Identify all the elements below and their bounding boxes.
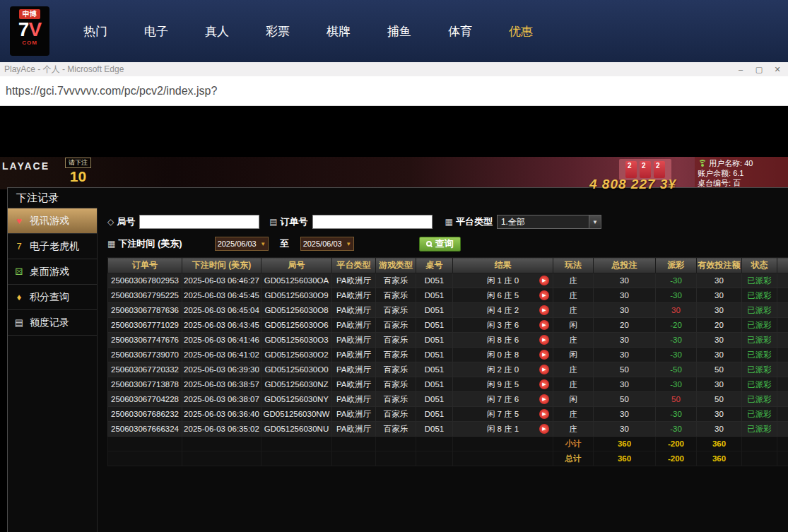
- date-from-select[interactable]: 2025/06/03 ▼: [215, 237, 269, 251]
- cell: 250603067666324: [108, 422, 182, 437]
- sidebar-item[interactable]: ⚄桌面游戏: [8, 259, 97, 285]
- date-to-select[interactable]: 2025/06/03 ▼: [300, 237, 354, 251]
- round-icon: ◇: [107, 217, 114, 227]
- nav-item[interactable]: 棋牌: [308, 23, 369, 40]
- cell: PA欧洲厅: [332, 348, 376, 362]
- play-type-cell: 庄: [553, 422, 594, 437]
- result-cell: 闲 7 庄 5▶: [453, 407, 553, 422]
- valid-bet-cell: 30: [697, 333, 742, 348]
- payout-time-cell: [777, 377, 788, 392]
- video-replay-button[interactable]: ▶: [539, 350, 549, 360]
- brand-logo[interactable]: 申博 7V COM: [10, 6, 49, 56]
- result-text: 闲 7 庄 5: [487, 410, 519, 418]
- video-replay-button[interactable]: ▶: [539, 365, 549, 374]
- cell: 2025-06-03 06:35:02: [182, 422, 261, 437]
- video-replay-button[interactable]: ▶: [539, 379, 549, 389]
- cell: [777, 437, 788, 451]
- table-body: 2506030678029532025-06-03 06:46:27GD0512…: [108, 273, 788, 466]
- round-input[interactable]: [139, 215, 259, 229]
- column-header: 下注时间 (美东): [182, 258, 261, 273]
- date-from-value: 2025/06/03: [216, 240, 259, 248]
- nav-item[interactable]: 体育: [430, 23, 490, 40]
- maximize-button[interactable]: ▢: [750, 62, 768, 76]
- valid-bet-cell: 20: [697, 318, 742, 333]
- close-button[interactable]: ✕: [768, 62, 787, 76]
- total-bet-cell: 30: [594, 303, 656, 318]
- sidebar-item[interactable]: 7电子老虎机: [8, 234, 97, 259]
- sidebar-item[interactable]: ▤额度记录: [8, 310, 97, 336]
- sidebar-item[interactable]: ♦积分查询: [8, 285, 97, 310]
- play-type-cell: 庄: [553, 288, 594, 303]
- column-header: 结果: [453, 258, 553, 273]
- platform-select[interactable]: 1.全部 ▼: [497, 215, 601, 229]
- table-row: 2506030677390702025-06-03 06:41:02GD0512…: [108, 348, 788, 362]
- logo-v: V: [28, 18, 41, 40]
- sidebar-item-label: 积分查询: [30, 291, 69, 304]
- total-bet-cell: 30: [594, 288, 656, 303]
- video-replay-button[interactable]: ▶: [539, 276, 549, 285]
- cell: 250603067686232: [108, 407, 182, 422]
- cell: D051: [416, 422, 453, 437]
- cell: D051: [416, 273, 453, 288]
- platform-label: 平台类型: [456, 215, 493, 228]
- cell: D051: [416, 303, 453, 318]
- nav-item[interactable]: 热门: [65, 23, 126, 40]
- valid-bet-cell: 50: [697, 362, 742, 377]
- order-label: 订单号: [281, 215, 308, 228]
- cell: 百家乐: [376, 348, 416, 362]
- table-row: 2506030677710292025-06-03 06:43:45GD0512…: [108, 318, 788, 333]
- site-top-nav: 申博 7V COM 热门电子真人彩票棋牌捕鱼体育优惠: [0, 0, 788, 62]
- nav-item[interactable]: 彩票: [247, 23, 308, 40]
- cell: 百家乐: [376, 407, 416, 422]
- round-label: 局号: [117, 215, 135, 228]
- total-bet-cell: 30: [594, 348, 656, 362]
- sidebar-item[interactable]: ♥视讯游戏: [8, 208, 97, 234]
- cell: PA欧洲厅: [332, 407, 376, 422]
- cell: 250603067795225: [108, 288, 182, 303]
- filter-row-2: ▦下注时间 (美东) 2025/06/03 ▼ 至 2025/06/03 ▼: [107, 235, 788, 252]
- nav-item[interactable]: 优惠: [490, 23, 551, 40]
- cell: D051: [416, 362, 453, 377]
- video-replay-button[interactable]: ▶: [539, 320, 549, 330]
- search-button[interactable]: 查询: [419, 237, 461, 252]
- result-text: 闲 6 庄 5: [487, 291, 519, 300]
- cell: PA欧洲厅: [332, 273, 376, 288]
- video-replay-button[interactable]: ▶: [539, 335, 549, 345]
- nav-item[interactable]: 电子: [126, 23, 187, 40]
- nav-item[interactable]: 捕鱼: [369, 23, 430, 40]
- cell: GD051256030NU: [261, 422, 332, 437]
- browser-address-bar[interactable]: https://gci.7vvvvvv.com/pc/pcv2/index.js…: [0, 76, 788, 106]
- countdown-timer: 10: [65, 168, 91, 184]
- total-bet-cell: 20: [594, 318, 656, 333]
- chevron-down-icon: ▼: [259, 237, 268, 250]
- cell: D051: [416, 407, 453, 422]
- order-input[interactable]: [312, 215, 433, 229]
- status-cell: 已派彩: [742, 392, 777, 407]
- cell: 2025-06-03 06:46:27: [182, 273, 261, 288]
- cell: D051: [416, 377, 453, 392]
- bet-prompt-box: 请下注 10: [65, 158, 91, 184]
- cell: [416, 437, 453, 451]
- result-cell: 闲 2 庄 0▶: [453, 362, 553, 377]
- minimize-button[interactable]: –: [731, 62, 750, 76]
- table-row: 2506030677876362025-06-03 06:45:04GD0512…: [108, 303, 788, 318]
- video-replay-button[interactable]: ▶: [539, 394, 549, 404]
- playing-card: 2: [640, 161, 651, 178]
- video-replay-button[interactable]: ▶: [539, 305, 549, 315]
- play-type-cell: 闲: [553, 318, 594, 333]
- search-icon: [426, 241, 432, 247]
- result-cell: 闲 4 庄 2▶: [453, 303, 553, 318]
- play-type-cell: 闲: [553, 348, 594, 362]
- valid-bet-cell: 30: [697, 273, 742, 288]
- video-replay-button[interactable]: ▶: [539, 409, 549, 419]
- table-row: 2506030677138782025-06-03 06:38:57GD0512…: [108, 377, 788, 392]
- cell: [182, 451, 261, 466]
- nav-item[interactable]: 真人: [187, 23, 247, 40]
- payout-time-cell: [777, 422, 788, 437]
- result-cell: 闲 0 庄 8▶: [453, 348, 553, 362]
- video-replay-button[interactable]: ▶: [539, 290, 549, 300]
- table-row: 2506030677203322025-06-03 06:39:30GD0512…: [108, 362, 788, 377]
- cell: GD051256030NZ: [261, 377, 332, 392]
- table-row: 2506030677476762025-06-03 06:41:46GD0512…: [108, 333, 788, 348]
- video-replay-button[interactable]: ▶: [539, 424, 549, 434]
